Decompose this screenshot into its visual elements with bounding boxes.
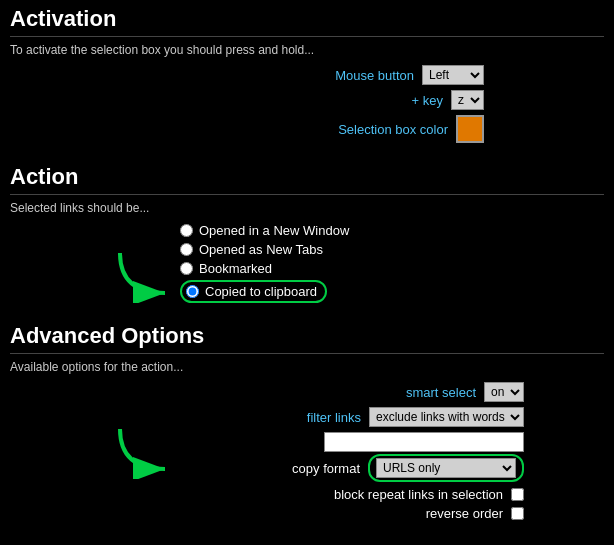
advanced-title: Advanced Options bbox=[10, 323, 604, 354]
radio-clipboard[interactable] bbox=[186, 285, 199, 298]
smart-select-select[interactable]: on off bbox=[484, 382, 524, 402]
action-option-new-tabs: Opened as New Tabs bbox=[180, 242, 323, 257]
advanced-subtitle: Available options for the action... bbox=[10, 360, 604, 374]
arrow-icon-2 bbox=[110, 424, 180, 479]
filter-links-label: filter links bbox=[307, 410, 361, 425]
arrow-icon-1 bbox=[110, 243, 180, 303]
key-label: + key bbox=[412, 93, 443, 108]
label-clipboard: Copied to clipboard bbox=[205, 284, 317, 299]
color-swatch[interactable] bbox=[456, 115, 484, 143]
color-row: Selection box color bbox=[10, 115, 604, 143]
mouse-button-row: Mouse button Left Middle Right bbox=[10, 65, 604, 85]
radio-new-window[interactable] bbox=[180, 224, 193, 237]
filter-links-select[interactable]: exclude links with words include links w… bbox=[369, 407, 524, 427]
smart-select-label: smart select bbox=[406, 385, 476, 400]
filter-input-row bbox=[10, 432, 604, 452]
copy-format-wrapper: URLS only URLs and titles titles only bbox=[368, 454, 524, 482]
radio-new-tabs[interactable] bbox=[180, 243, 193, 256]
key-select[interactable]: z a s bbox=[451, 90, 484, 110]
label-bookmarked: Bookmarked bbox=[199, 261, 272, 276]
action-title: Action bbox=[10, 164, 604, 195]
label-new-tabs: Opened as New Tabs bbox=[199, 242, 323, 257]
label-new-window: Opened in a New Window bbox=[199, 223, 349, 238]
copy-format-row: copy format URLS only URLs and titles ti… bbox=[10, 454, 604, 482]
action-option-new-window: Opened in a New Window bbox=[180, 223, 349, 238]
action-section: Action Selected links should be... Opene… bbox=[0, 158, 614, 317]
key-row: + key z a s bbox=[10, 90, 604, 110]
copy-format-label: copy format bbox=[292, 461, 360, 476]
mouse-button-select[interactable]: Left Middle Right bbox=[422, 65, 484, 85]
activation-subtitle: To activate the selection box you should… bbox=[10, 43, 604, 57]
mouse-button-label: Mouse button bbox=[335, 68, 414, 83]
action-option-bookmarked: Bookmarked bbox=[180, 261, 272, 276]
action-radio-group: Opened in a New Window Opened as New Tab… bbox=[180, 223, 604, 307]
activation-title: Activation bbox=[10, 6, 604, 37]
reverse-order-checkbox[interactable] bbox=[511, 507, 524, 520]
reverse-order-row: reverse order bbox=[10, 506, 604, 521]
block-repeat-label: block repeat links in selection bbox=[334, 487, 503, 502]
copy-format-area: copy format URLS only URLs and titles ti… bbox=[10, 454, 604, 482]
radio-bookmarked[interactable] bbox=[180, 262, 193, 275]
action-option-clipboard: Copied to clipboard bbox=[180, 280, 327, 303]
action-subtitle: Selected links should be... bbox=[10, 201, 604, 215]
reverse-order-label: reverse order bbox=[426, 506, 503, 521]
block-repeat-row: block repeat links in selection bbox=[10, 487, 604, 502]
action-options-area: Opened in a New Window Opened as New Tab… bbox=[20, 223, 604, 307]
block-repeat-checkbox[interactable] bbox=[511, 488, 524, 501]
filter-text-input[interactable] bbox=[324, 432, 524, 452]
activation-section: Activation To activate the selection box… bbox=[0, 0, 614, 158]
smart-select-row: smart select on off bbox=[10, 382, 604, 402]
color-label: Selection box color bbox=[338, 122, 448, 137]
advanced-section: Advanced Options Available options for t… bbox=[0, 317, 614, 535]
copy-format-select[interactable]: URLS only URLs and titles titles only bbox=[376, 458, 516, 478]
filter-links-row: filter links exclude links with words in… bbox=[10, 407, 604, 427]
